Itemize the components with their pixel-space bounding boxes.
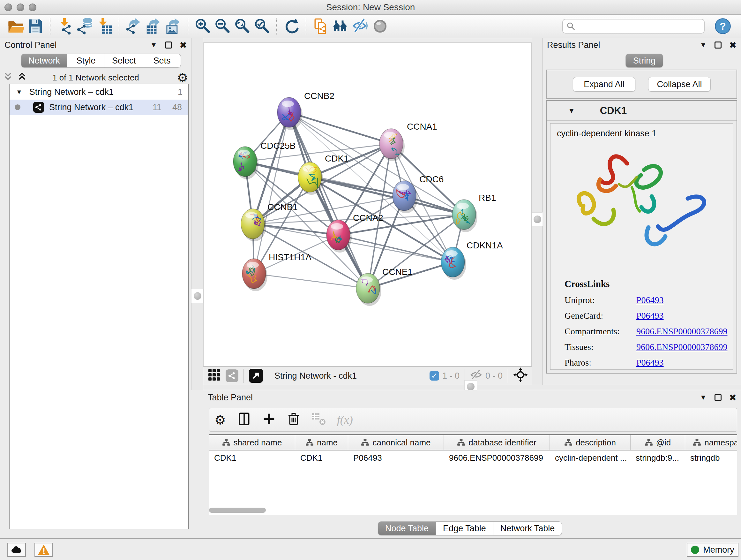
table-panel-float-icon[interactable] xyxy=(715,394,722,401)
birds-eye-toggle-icon[interactable] xyxy=(513,368,528,384)
crosslink-label: Tissues: xyxy=(564,342,636,352)
share-document-icon[interactable] xyxy=(311,17,331,36)
apply-preferred-layout-icon[interactable] xyxy=(281,17,301,36)
delete-column-icon[interactable] xyxy=(286,412,300,428)
warnings-button[interactable] xyxy=(35,543,53,557)
table-cell[interactable]: CDK1 xyxy=(209,450,295,465)
zoom-selected-icon[interactable] xyxy=(252,17,272,36)
right-splitter[interactable] xyxy=(532,38,542,390)
column-header--id[interactable]: @id xyxy=(630,435,685,450)
network-node-hist1h1a[interactable]: HIST1H1A xyxy=(242,252,312,291)
status-bar: Memory xyxy=(0,538,741,560)
table-horizontal-scrollbar[interactable] xyxy=(209,508,737,514)
tab-edge-table[interactable]: Edge Table xyxy=(436,521,493,536)
export-table-icon[interactable] xyxy=(144,17,163,36)
save-session-icon[interactable] xyxy=(25,17,45,36)
zoom-out-icon[interactable] xyxy=(212,17,232,36)
left-splitter[interactable] xyxy=(192,38,203,390)
table-row[interactable]: CDK1CDK1P064939606.ENSP00000378699cyclin… xyxy=(209,450,737,465)
bottom-splitter-handle[interactable] xyxy=(467,383,475,390)
network-options-gear-icon[interactable]: ⚙ xyxy=(177,71,188,84)
tab-sets[interactable]: Sets xyxy=(143,54,181,68)
table-cell[interactable]: P06493 xyxy=(348,450,444,465)
view-grid-icon[interactable] xyxy=(207,368,221,384)
network-node-cdkn1a[interactable]: CDKN1A xyxy=(441,240,503,280)
network-node-ccna1[interactable]: CCNA1 xyxy=(380,122,437,161)
toolbar-search-box[interactable] xyxy=(562,19,704,34)
window-title: Session: New Session xyxy=(0,2,741,12)
table-cell[interactable]: stringdb xyxy=(685,450,737,465)
network-node-ccne1[interactable]: CCNE1 xyxy=(356,267,413,306)
control-panel-float-icon[interactable] xyxy=(165,42,172,49)
help-icon[interactable]: ? xyxy=(713,17,733,36)
memory-button[interactable]: Memory xyxy=(687,543,738,557)
left-splitter-handle[interactable] xyxy=(194,292,201,300)
network-canvas[interactable]: CCNB2CCNA1CDC25BCDK1CDC6RB1CCNB1CCNA2CDK… xyxy=(203,43,532,367)
results-panel-menu-caret-icon[interactable]: ▼ xyxy=(700,41,707,49)
tab-style[interactable]: Style xyxy=(67,54,105,68)
tab-node-table[interactable]: Node Table xyxy=(378,521,436,536)
column-header-name[interactable]: name xyxy=(295,435,348,450)
table-cell[interactable]: CDK1 xyxy=(295,450,348,465)
zoom-fit-content-icon[interactable] xyxy=(232,17,252,36)
column-type-icon xyxy=(222,438,230,447)
string-view-share-icon[interactable] xyxy=(226,369,239,382)
export-image-icon[interactable] xyxy=(163,17,183,36)
table-options-gear-icon[interactable]: ⚙ xyxy=(214,414,226,426)
import-network-from-database-icon[interactable] xyxy=(75,17,94,36)
bottom-splitter[interactable] xyxy=(203,385,741,390)
selected-items-checkbox-icon[interactable]: ✓ xyxy=(429,371,439,381)
import-table-from-file-icon[interactable] xyxy=(94,17,114,36)
show-columns-icon[interactable] xyxy=(237,412,252,428)
tab-string[interactable]: String xyxy=(625,54,663,68)
node-label-rb1: RB1 xyxy=(479,193,496,203)
tab-select[interactable]: Select xyxy=(105,54,143,68)
detach-view-icon[interactable] xyxy=(249,369,263,383)
column-header-database-identifier[interactable]: database identifier xyxy=(444,435,550,450)
network-row-selected[interactable]: String Network – cdk1 11 48 xyxy=(10,100,188,115)
column-header-namespace[interactable]: namespace xyxy=(685,435,737,450)
collapse-all-button[interactable]: Collapse All xyxy=(648,77,711,91)
column-header-canonical-name[interactable]: canonical name xyxy=(348,435,444,450)
import-network-from-file-icon[interactable] xyxy=(55,17,75,36)
expand-all-button[interactable]: Expand All xyxy=(573,77,635,91)
crosslink-link[interactable]: P06493 xyxy=(636,358,664,368)
open-session-icon[interactable] xyxy=(6,17,25,36)
column-header-description[interactable]: description xyxy=(550,435,630,450)
tab-network[interactable]: Network xyxy=(21,54,67,68)
right-splitter-handle[interactable] xyxy=(534,215,541,223)
network-node-cdc25b[interactable]: CDC25B xyxy=(233,141,295,179)
table-panel-menu-caret-icon[interactable]: ▼ xyxy=(700,393,707,401)
table-cell[interactable]: stringdb:9... xyxy=(630,450,685,465)
toolbar-separator xyxy=(188,18,188,35)
show-starter-panel-icon[interactable] xyxy=(331,17,350,36)
table-cell[interactable]: 9606.ENSP00000378699 xyxy=(444,450,550,465)
crosslink-link[interactable]: P06493 xyxy=(636,295,664,305)
control-panel-menu-caret-icon[interactable]: ▼ xyxy=(150,41,157,49)
hide-panels-icon[interactable] xyxy=(350,17,370,36)
gene-card-disclosure-icon[interactable]: ▼ xyxy=(568,107,575,115)
collection-disclosure-icon[interactable]: ▼ xyxy=(16,88,22,96)
crosslink-label: Uniprot: xyxy=(564,295,636,305)
results-panel-float-icon[interactable] xyxy=(715,42,722,49)
crosslink-link[interactable]: 9606.ENSP00000378699 xyxy=(636,342,727,352)
zoom-in-icon[interactable] xyxy=(193,17,212,36)
column-header-shared-name[interactable]: shared name xyxy=(209,435,295,450)
network-collection-row[interactable]: ▼ String Network – cdk1 1 xyxy=(10,84,188,100)
table-panel-close-icon[interactable]: ✖ xyxy=(729,392,737,403)
node-label-ccna1: CCNA1 xyxy=(407,122,437,132)
crosslink-link[interactable]: 9606.ENSP00000378699 xyxy=(636,326,727,336)
results-panel-close-icon[interactable]: ✖ xyxy=(729,40,737,51)
cloud-button[interactable] xyxy=(7,543,26,557)
gene-card-header[interactable]: ▼ CDK1 xyxy=(547,101,737,121)
search-input[interactable] xyxy=(576,20,701,33)
add-column-icon[interactable] xyxy=(262,412,276,428)
tab-network-table[interactable]: Network Table xyxy=(493,521,562,536)
crosslink-link[interactable]: P06493 xyxy=(636,311,664,321)
control-panel-close-icon[interactable]: ✖ xyxy=(180,40,187,51)
table-cell[interactable]: cyclin-dependent ... xyxy=(550,450,630,465)
show-panels-icon[interactable] xyxy=(370,17,390,36)
network-node-rb1[interactable]: RB1 xyxy=(452,193,496,232)
node-label-cdc25b: CDC25B xyxy=(260,141,295,151)
export-network-icon[interactable] xyxy=(124,17,144,36)
